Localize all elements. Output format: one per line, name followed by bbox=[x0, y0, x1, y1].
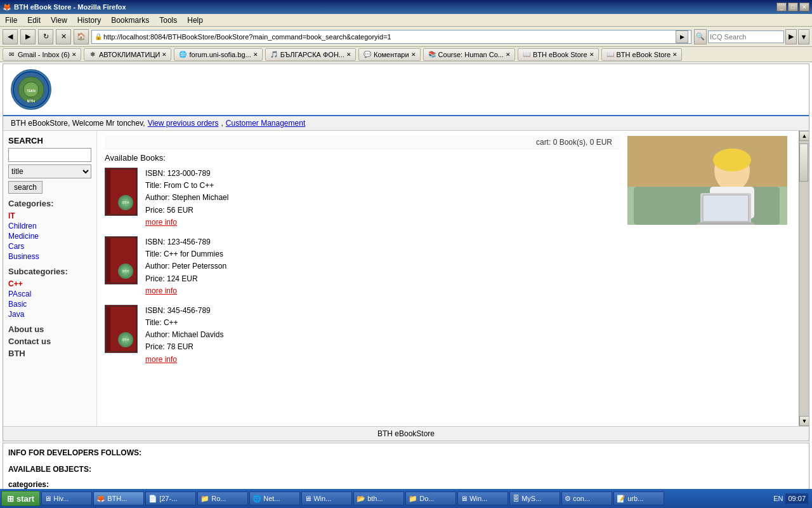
category-business[interactable]: Business bbox=[8, 251, 91, 262]
scroll-up-button[interactable]: ▲ bbox=[799, 131, 809, 141]
content-row: SEARCH title search Categories: IT Child… bbox=[3, 131, 809, 426]
bookmark-bg[interactable]: 🎵 БЪЛГАРСКА ФОН... ✕ bbox=[265, 48, 356, 61]
bookmark-bth1-close[interactable]: ✕ bbox=[589, 51, 594, 58]
subcategory-cpp[interactable]: C++ bbox=[8, 279, 91, 289]
category-medicine[interactable]: Medicine bbox=[8, 231, 91, 241]
bookmark-forum[interactable]: 🌐 forum.uni-sofia.bg... ✕ bbox=[174, 48, 262, 61]
bookmark-avto-close[interactable]: ✕ bbox=[162, 51, 167, 58]
stop-button[interactable]: ✕ bbox=[56, 29, 71, 44]
taskbar-item-do[interactable]: 📁 Do... bbox=[405, 491, 456, 505]
taskbar-27-label: [27-... bbox=[159, 495, 177, 502]
title-bar-left: 🦊 BTH eBook Store - Mozilla Firefox bbox=[3, 3, 126, 11]
taskbar-net-label: Net... bbox=[263, 495, 280, 502]
dev-categories-label: categories: bbox=[8, 480, 804, 489]
bth-link[interactable]: BTH bbox=[8, 349, 91, 358]
book-price-1: Price: 56 EUR bbox=[145, 204, 228, 217]
menu-tools[interactable]: Tools bbox=[157, 15, 180, 26]
bookmark-comments-close[interactable]: ✕ bbox=[411, 51, 416, 58]
address-bar: 🔒 ▶ bbox=[91, 30, 691, 44]
subcategory-basic[interactable]: Basic bbox=[8, 299, 91, 309]
taskbar-item-mys[interactable]: 🗄 MyS... bbox=[509, 491, 560, 505]
about-us-link[interactable]: About us bbox=[8, 324, 91, 334]
bookmark-bth2[interactable]: 📖 BTH eBook Store ✕ bbox=[601, 48, 683, 61]
customer-management-link[interactable]: Customer Management bbox=[226, 119, 305, 128]
book-author-1: Author: Stephen Michael bbox=[145, 192, 228, 204]
icq-search-input[interactable] bbox=[708, 30, 784, 43]
dev-info-title: INFO FOR DEVELOPERS FOLLOWS: bbox=[8, 448, 804, 457]
menu-bookmarks[interactable]: Bookmarks bbox=[108, 15, 152, 26]
book-info-3: ISBN: 345-456-789 Title: C++ Author: Mic… bbox=[145, 305, 223, 366]
taskbar-ro-icon: 📁 bbox=[200, 495, 209, 503]
taskbar-hiv-label: Нiv... bbox=[53, 495, 69, 502]
bookmark-course[interactable]: 📚 Course: Human Co... ✕ bbox=[423, 48, 515, 61]
bookmark-comments[interactable]: 💬 Коментари ✕ bbox=[358, 48, 421, 61]
bookmark-avto[interactable]: ❄ АВТОКЛИМАТИЦИ ✕ bbox=[84, 48, 172, 61]
contact-us-link[interactable]: Contact us bbox=[8, 337, 91, 346]
start-button[interactable]: ⊞ start bbox=[1, 491, 40, 506]
taskbar-ro-label: Ro... bbox=[211, 495, 226, 502]
menu-history[interactable]: History bbox=[75, 15, 103, 26]
search-text-input[interactable] bbox=[8, 148, 91, 162]
bookmark-bg-close[interactable]: ✕ bbox=[346, 51, 351, 58]
forward-button[interactable]: ▶ bbox=[20, 29, 36, 44]
category-cars[interactable]: Cars bbox=[8, 241, 91, 251]
bookmark-course-close[interactable]: ✕ bbox=[506, 51, 511, 58]
menu-edit[interactable]: Edit bbox=[25, 15, 43, 26]
taskbar-item-hiv[interactable]: 🖥 Нiv... bbox=[41, 491, 92, 505]
bookmark-close-icon[interactable]: ✕ bbox=[72, 51, 77, 58]
taskbar-item-bth[interactable]: 🦊 BTH... bbox=[93, 491, 144, 505]
book-more-3[interactable]: more info bbox=[145, 355, 177, 364]
book-entry-3: BTH ISBN: 345-456-789 Title: C++ Author:… bbox=[105, 305, 620, 366]
welcome-text: BTH eBookStore, Welcome Mr tonchev, bbox=[11, 119, 145, 128]
bookmark-bth2-close[interactable]: ✕ bbox=[672, 51, 678, 58]
menu-help[interactable]: Help bbox=[185, 15, 206, 26]
view-orders-link[interactable]: View previous orders bbox=[148, 119, 219, 128]
close-button[interactable]: ✕ bbox=[799, 3, 809, 11]
book-more-2[interactable]: more info bbox=[145, 286, 177, 295]
categories-title: Categories: bbox=[8, 199, 91, 208]
taskbar-item-bth2[interactable]: 📂 bth... bbox=[353, 491, 404, 505]
menu-view[interactable]: View bbox=[48, 15, 70, 26]
bookmark-forum-close[interactable]: ✕ bbox=[253, 51, 258, 58]
taskbar-item-con[interactable]: ⚙ con... bbox=[561, 491, 612, 505]
svg-rect-15 bbox=[704, 196, 748, 221]
go-button[interactable]: ▶ bbox=[676, 30, 688, 43]
reload-button[interactable]: ↻ bbox=[38, 29, 53, 44]
taskbar-item-27[interactable]: 📄 [27-... bbox=[145, 491, 196, 505]
home-button[interactable]: 🏠 bbox=[74, 29, 89, 44]
book-more-1[interactable]: more info bbox=[145, 218, 177, 227]
subcategory-pascal[interactable]: PAscal bbox=[8, 289, 91, 299]
scroll-track[interactable] bbox=[799, 141, 809, 416]
gmail-icon: ✉ bbox=[7, 50, 16, 59]
bookmark-bth1[interactable]: 📖 BTH eBook Store ✕ bbox=[518, 48, 599, 61]
category-it[interactable]: IT bbox=[8, 211, 91, 221]
taskbar-item-win2[interactable]: 🖥 Win... bbox=[457, 491, 508, 505]
taskbar-item-net[interactable]: 🌐 Net... bbox=[249, 491, 300, 505]
taskbar-bth2-label: bth... bbox=[367, 495, 383, 502]
bookmark-gmail[interactable]: ✉ Gmail - Inbox (6) ✕ bbox=[3, 48, 81, 61]
taskbar-lang[interactable]: EN bbox=[773, 495, 783, 502]
search-type-select[interactable]: title bbox=[8, 164, 91, 178]
taskbar-item-ro[interactable]: 📁 Ro... bbox=[197, 491, 248, 505]
taskbar-bth2-icon: 📂 bbox=[357, 495, 365, 503]
bth2-icon: 📖 bbox=[606, 50, 615, 59]
svg-rect-14 bbox=[697, 222, 754, 225]
taskbar-bth-icon: 🦊 bbox=[96, 495, 105, 503]
search-menu-button[interactable]: ▼ bbox=[798, 29, 809, 44]
subcategory-java[interactable]: Java bbox=[8, 309, 91, 319]
search-button[interactable]: search bbox=[8, 181, 43, 194]
site-header: BTH TEKN bbox=[3, 64, 809, 116]
minimize-button[interactable]: _ bbox=[776, 3, 787, 11]
scroll-down-button[interactable]: ▼ bbox=[799, 416, 809, 426]
maximize-button[interactable]: □ bbox=[788, 3, 798, 11]
taskbar-item-win[interactable]: 🖥 Win... bbox=[301, 491, 352, 505]
bookmark-bth2-label: BTH eBook Store bbox=[617, 51, 671, 58]
address-input[interactable] bbox=[103, 33, 674, 41]
search-go-button[interactable]: ▶ bbox=[785, 29, 797, 44]
taskbar-bth-label: BTH... bbox=[107, 495, 127, 502]
scroll-thumb[interactable] bbox=[799, 144, 808, 182]
menu-file[interactable]: File bbox=[3, 15, 20, 26]
category-children[interactable]: Children bbox=[8, 221, 91, 231]
taskbar-item-urb[interactable]: 📝 urb... bbox=[613, 491, 664, 505]
back-button[interactable]: ◀ bbox=[3, 29, 18, 44]
